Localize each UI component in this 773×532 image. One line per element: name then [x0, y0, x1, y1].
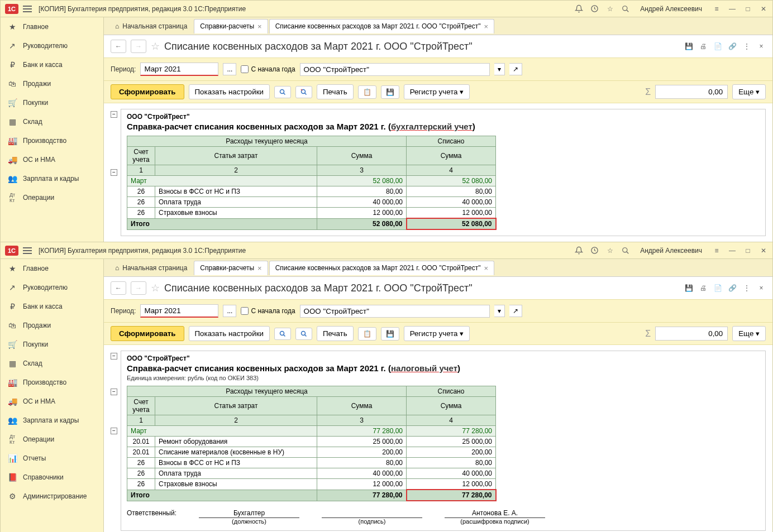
nav-forward-button[interactable]: → [131, 40, 146, 53]
favorite-icon[interactable]: ☆ [151, 40, 160, 52]
nav-back-button[interactable]: ← [111, 40, 126, 53]
export-icon[interactable]: 📄 [713, 284, 722, 293]
nav-back-button[interactable]: ← [111, 281, 126, 295]
sidebar-item-warehouse[interactable]: ▦Склад [1, 354, 103, 373]
sidebar-item-payroll[interactable]: 👥Зарплата и кадры [1, 411, 103, 430]
sidebar-item-bank[interactable]: ₽Банк и касса [1, 297, 103, 316]
sidebar-item-reports[interactable]: 📊Отчеты [1, 449, 103, 468]
sidebar-item-manager[interactable]: ↗Руководителю [1, 278, 103, 297]
period-select-button[interactable]: ... [223, 305, 236, 317]
sidebar-item-manager[interactable]: ↗Руководителю [1, 36, 103, 55]
maximize-icon[interactable]: □ [743, 246, 752, 255]
collapse-button-2[interactable]: − [111, 169, 117, 176]
more-button[interactable]: Еще ▾ [732, 84, 766, 99]
user-name[interactable]: Андрей Алексеевич [640, 5, 702, 13]
period-input[interactable] [140, 304, 218, 318]
history-icon[interactable] [590, 4, 599, 13]
close-icon[interactable]: × [257, 264, 262, 272]
save-report-button[interactable]: 💾 [381, 327, 399, 341]
register-button[interactable]: Регистр учета ▾ [404, 84, 470, 99]
bell-icon[interactable] [574, 246, 583, 255]
sidebar-item-payroll[interactable]: 👥Зарплата и кадры [1, 169, 103, 188]
save-icon[interactable]: 💾 [684, 284, 693, 293]
sidebar-item-warehouse[interactable]: ▦Склад [1, 112, 103, 131]
close-icon[interactable]: × [757, 284, 766, 293]
menu-icon[interactable] [23, 246, 32, 256]
collapse-button[interactable]: − [111, 353, 117, 360]
home-tab[interactable]: ⌂ Начальная страница [108, 19, 194, 33]
sidebar-item-operations[interactable]: ДтКтОперации [1, 188, 103, 207]
find-button[interactable] [274, 328, 291, 340]
bell-icon[interactable] [574, 4, 583, 13]
sidebar-item-purchases[interactable]: 🛒Покупки [1, 93, 103, 112]
sidebar-item-catalogs[interactable]: 📕Справочники [1, 468, 103, 487]
show-settings-button[interactable]: Показать настройки [189, 84, 270, 99]
collapse-button-3[interactable]: − [111, 428, 117, 434]
nav-forward-button[interactable]: → [131, 281, 146, 295]
close-icon[interactable]: × [757, 42, 766, 51]
doc-button[interactable]: 📋 [358, 327, 376, 341]
sidebar-item-production[interactable]: 🏭Производство [1, 373, 103, 392]
filter-icon[interactable]: ≡ [712, 4, 721, 13]
save-icon[interactable]: 💾 [684, 42, 693, 51]
link-icon[interactable]: 🔗 [728, 42, 737, 51]
generate-button[interactable]: Сформировать [111, 326, 184, 341]
tab-report[interactable]: Списание косвенных расходов за Март 2021… [269, 261, 494, 275]
doc-button[interactable]: 📋 [358, 85, 376, 99]
tab-report[interactable]: Списание косвенных расходов за Март 2021… [269, 19, 494, 33]
sidebar-item-sales[interactable]: 🛍Продажи [1, 316, 103, 335]
period-input[interactable] [140, 63, 218, 76]
maximize-icon[interactable]: □ [743, 4, 752, 13]
minimize-icon[interactable]: — [728, 246, 737, 255]
export-icon[interactable]: 📄 [713, 42, 722, 51]
year-start-checkbox[interactable]: С начала года [241, 65, 295, 73]
star-icon[interactable]: ☆ [605, 4, 614, 13]
close-icon[interactable]: × [257, 22, 262, 31]
org-dropdown-button[interactable]: ▾ [494, 305, 505, 317]
period-select-button[interactable]: ... [223, 63, 236, 75]
find-next-button[interactable] [295, 86, 312, 98]
sum-input[interactable] [655, 85, 728, 99]
org-select[interactable] [300, 63, 490, 76]
close-window-icon[interactable]: ✕ [759, 246, 768, 255]
sidebar-item-admin[interactable]: ⚙Администрирование [1, 487, 103, 506]
sidebar-item-assets[interactable]: 🚚ОС и НМА [1, 150, 103, 169]
register-button[interactable]: Регистр учета ▾ [404, 326, 470, 341]
close-window-icon[interactable]: ✕ [759, 4, 768, 13]
star-icon[interactable]: ☆ [605, 246, 614, 255]
more-button[interactable]: Еще ▾ [732, 326, 766, 341]
sidebar-item-main[interactable]: ★Главное [1, 259, 103, 278]
show-settings-button[interactable]: Показать настройки [189, 326, 270, 341]
tab-references[interactable]: Справки-расчеты× [194, 261, 268, 275]
collapse-button-2[interactable]: − [111, 389, 117, 395]
minimize-icon[interactable]: — [728, 4, 737, 13]
home-tab[interactable]: ⌂Начальная страница [108, 261, 194, 275]
user-name[interactable]: Андрей Алексеевич [640, 247, 702, 255]
sidebar-item-sales[interactable]: 🛍Продажи [1, 74, 103, 93]
sidebar-item-production[interactable]: 🏭Производство [1, 131, 103, 150]
sidebar-item-main[interactable]: ★Главное [1, 17, 103, 36]
print-icon[interactable]: 🖨 [699, 284, 708, 293]
close-icon[interactable]: × [484, 22, 488, 31]
filter-icon[interactable]: ≡ [712, 246, 721, 255]
year-start-checkbox[interactable]: С начала года [241, 307, 295, 315]
sidebar-item-purchases[interactable]: 🛒Покупки [1, 335, 103, 354]
tab-references[interactable]: Справки-расчеты × [194, 19, 268, 33]
collapse-button[interactable]: − [111, 111, 117, 118]
org-dropdown-button[interactable]: ▾ [494, 63, 505, 75]
favorite-icon[interactable]: ☆ [151, 282, 160, 294]
generate-button[interactable]: Сформировать [111, 84, 184, 99]
sidebar-item-bank[interactable]: ₽Банк и касса [1, 55, 103, 74]
more-icon[interactable]: ⋮ [742, 284, 751, 293]
more-icon[interactable]: ⋮ [742, 42, 751, 51]
org-open-button[interactable]: ↗ [509, 63, 522, 75]
find-button[interactable] [274, 86, 291, 98]
search-icon[interactable] [621, 4, 630, 13]
org-open-button[interactable]: ↗ [509, 305, 522, 317]
print-button[interactable]: Печать [317, 84, 354, 99]
org-select[interactable] [300, 305, 490, 318]
sum-input[interactable] [655, 327, 728, 341]
history-icon[interactable] [590, 246, 599, 255]
save-report-button[interactable]: 💾 [381, 85, 399, 99]
print-icon[interactable]: 🖨 [699, 42, 708, 51]
